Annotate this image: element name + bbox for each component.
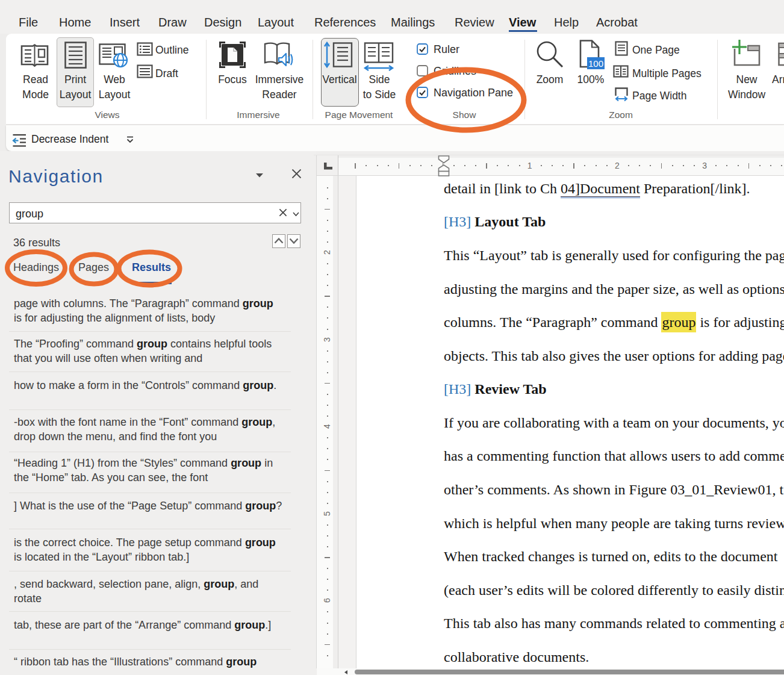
svg-text:100: 100 [588,58,603,69]
